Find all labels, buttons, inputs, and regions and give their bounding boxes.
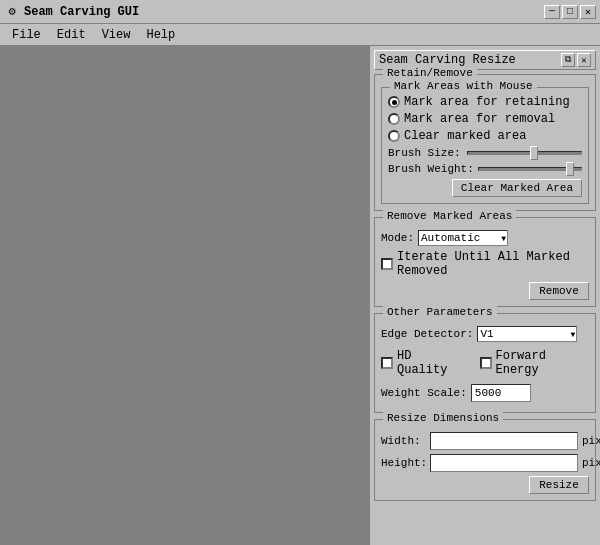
close-button[interactable]: ✕	[580, 5, 596, 19]
hd-quality-label: HD Quality	[397, 349, 464, 377]
clear-marked-area-row: Clear Marked Area	[388, 179, 582, 197]
menu-view[interactable]: View	[94, 26, 139, 44]
radio-retaining[interactable]	[388, 96, 400, 108]
mode-select[interactable]: Automatic Manual	[418, 230, 508, 246]
edge-detector-select[interactable]: V1 V2 Sobel	[477, 326, 577, 342]
retain-remove-group: Retain/Remove Mark Areas with Mouse Mark…	[374, 74, 596, 211]
mark-areas-group: Mark Areas with Mouse Mark area for reta…	[381, 87, 589, 204]
menu-help[interactable]: Help	[138, 26, 183, 44]
forward-energy-checkbox[interactable]	[480, 357, 492, 369]
title-bar-left: ⚙ Seam Carving GUI	[4, 4, 139, 20]
width-row: Width: pixels	[381, 432, 589, 450]
mode-label: Mode:	[381, 232, 414, 244]
radio-removal-row: Mark area for removal	[388, 112, 582, 126]
brush-weight-track[interactable]	[478, 167, 582, 171]
remove-btn-row: Remove	[381, 282, 589, 300]
hd-quality-row: HD Quality	[381, 349, 464, 377]
remove-marked-areas-label: Remove Marked Areas	[383, 210, 516, 222]
canvas-area[interactable]	[0, 46, 370, 545]
hd-quality-checkbox[interactable]	[381, 357, 393, 369]
width-pixels-label: pixels	[582, 435, 600, 447]
mark-areas-label: Mark Areas with Mouse	[390, 80, 537, 92]
panel-controls: ⧉ ✕	[561, 53, 591, 67]
iterate-checkbox[interactable]	[381, 258, 393, 270]
weight-scale-label: Weight Scale:	[381, 387, 467, 399]
other-parameters-label: Other Parameters	[383, 306, 497, 318]
radio-removal[interactable]	[388, 113, 400, 125]
radio-retaining-row: Mark area for retaining	[388, 95, 582, 109]
maximize-button[interactable]: □	[562, 5, 578, 19]
minimize-button[interactable]: ─	[544, 5, 560, 19]
clear-marked-area-button[interactable]: Clear Marked Area	[452, 179, 582, 197]
app-icon: ⚙	[4, 4, 20, 20]
panel-title: Seam Carving Resize	[379, 53, 516, 67]
brush-size-track[interactable]	[467, 151, 582, 155]
radio-removal-label: Mark area for removal	[404, 112, 555, 126]
title-bar: ⚙ Seam Carving GUI ─ □ ✕	[0, 0, 600, 24]
mode-row: Mode: Automatic Manual	[381, 230, 589, 246]
other-parameters-group: Other Parameters Edge Detector: V1 V2 So…	[374, 313, 596, 413]
app-title: Seam Carving GUI	[24, 5, 139, 19]
height-label: Height:	[381, 457, 426, 469]
brush-size-row: Brush Size:	[388, 147, 582, 159]
resize-button[interactable]: Resize	[529, 476, 589, 494]
width-input[interactable]	[430, 432, 578, 450]
resize-dimensions-label: Resize Dimensions	[383, 412, 503, 424]
forward-energy-label: Forward Energy	[496, 349, 590, 377]
radio-clear-row: Clear marked area	[388, 129, 582, 143]
weight-scale-row: Weight Scale:	[381, 384, 589, 402]
edge-detector-select-wrapper: V1 V2 Sobel	[477, 326, 577, 342]
edge-detector-label: Edge Detector:	[381, 328, 473, 340]
edge-detector-row: Edge Detector: V1 V2 Sobel	[381, 326, 589, 342]
right-panel: Seam Carving Resize ⧉ ✕ Retain/Remove Ma…	[370, 46, 600, 545]
weight-scale-input[interactable]	[471, 384, 531, 402]
height-pixels-label: pixels	[582, 457, 600, 469]
title-bar-controls: ─ □ ✕	[544, 5, 596, 19]
width-label: Width:	[381, 435, 426, 447]
radio-retaining-label: Mark area for retaining	[404, 95, 570, 109]
retain-remove-label: Retain/Remove	[383, 67, 477, 79]
forward-energy-row: Forward Energy	[480, 349, 590, 377]
panel-restore-button[interactable]: ⧉	[561, 53, 575, 67]
remove-marked-areas-group: Remove Marked Areas Mode: Automatic Manu…	[374, 217, 596, 307]
radio-clear-label: Clear marked area	[404, 129, 526, 143]
iterate-row: Iterate Until All Marked Removed	[381, 250, 589, 278]
main-content: Seam Carving Resize ⧉ ✕ Retain/Remove Ma…	[0, 46, 600, 545]
brush-weight-row: Brush Weight:	[388, 163, 582, 175]
height-row: Height: pixels	[381, 454, 589, 472]
panel-close-button[interactable]: ✕	[577, 53, 591, 67]
brush-size-thumb[interactable]	[530, 146, 538, 160]
resize-dimensions-group: Resize Dimensions Width: pixels Height: …	[374, 419, 596, 501]
resize-btn-row: Resize	[381, 476, 589, 494]
brush-size-label: Brush Size:	[388, 147, 463, 159]
height-input[interactable]	[430, 454, 578, 472]
remove-button[interactable]: Remove	[529, 282, 589, 300]
quality-row: HD Quality Forward Energy	[381, 346, 589, 380]
brush-weight-label: Brush Weight:	[388, 163, 474, 175]
menu-bar: File Edit View Help	[0, 24, 600, 46]
mode-select-wrapper: Automatic Manual	[418, 230, 508, 246]
iterate-label: Iterate Until All Marked Removed	[397, 250, 589, 278]
menu-file[interactable]: File	[4, 26, 49, 44]
radio-clear[interactable]	[388, 130, 400, 142]
menu-edit[interactable]: Edit	[49, 26, 94, 44]
brush-weight-thumb[interactable]	[566, 162, 574, 176]
